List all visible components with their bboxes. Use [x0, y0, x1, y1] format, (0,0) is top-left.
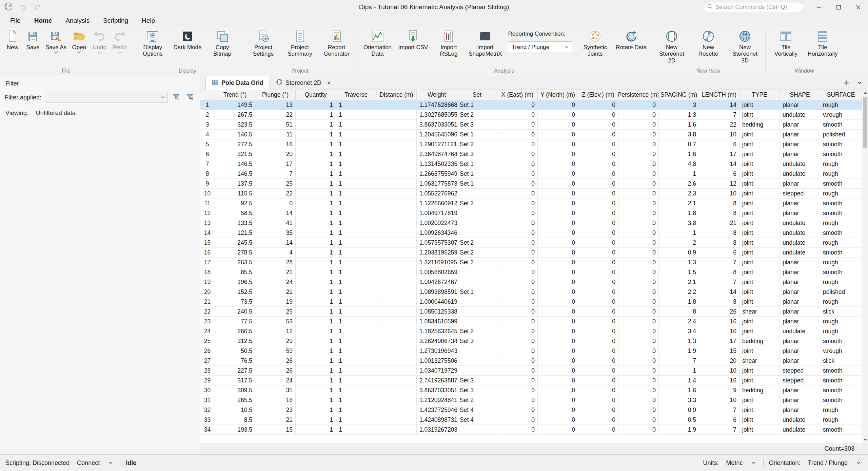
cell[interactable]: 2.6: [659, 179, 699, 188]
cell[interactable]: planar: [780, 307, 820, 316]
reporting-convention-select[interactable]: Trend / Plunge: [508, 41, 572, 53]
cell[interactable]: 0: [497, 366, 538, 375]
table-row[interactable]: 17263.528111.3211691095...Set 200001.37j…: [200, 258, 862, 267]
undo-button[interactable]: Undo: [90, 29, 109, 54]
row-number-cell[interactable]: 21: [200, 297, 215, 306]
cell[interactable]: rough: [820, 317, 862, 326]
quick-undo-icon[interactable]: [18, 2, 28, 12]
cell[interactable]: 19: [255, 297, 296, 306]
cell[interactable]: 312.5: [215, 336, 255, 346]
cell[interactable]: 0: [538, 218, 578, 228]
save-button[interactable]: Save: [23, 29, 43, 51]
table-row[interactable]: 2650.559111.2730196943...00001.915jointp…: [200, 346, 862, 356]
cell[interactable]: 1: [336, 336, 376, 346]
cell[interactable]: 0: [578, 405, 618, 415]
tab-pole-data-grid[interactable]: Pole Data Grid: [205, 76, 270, 90]
cell[interactable]: 2.7419263887...: [417, 376, 457, 385]
row-number-cell[interactable]: 30: [200, 385, 215, 395]
cell[interactable]: 0: [578, 238, 618, 247]
cell[interactable]: 0: [538, 287, 578, 297]
cell[interactable]: 1: [296, 395, 336, 405]
cell[interactable]: undulate: [780, 110, 820, 119]
cell[interactable]: planar: [780, 297, 820, 306]
row-number-cell[interactable]: 4: [200, 130, 215, 139]
cell[interactable]: 309.5: [215, 385, 255, 395]
cell[interactable]: Set 2: [457, 238, 497, 247]
cell[interactable]: 7: [659, 356, 699, 365]
cell[interactable]: 41: [255, 218, 296, 228]
cell[interactable]: 0: [497, 267, 538, 277]
cell[interactable]: 266.5: [215, 326, 255, 336]
synthetic-joints-button[interactable]: Synthetic Joints: [577, 29, 613, 57]
import-csv-button[interactable]: Import CSV: [396, 29, 430, 51]
cell[interactable]: 4: [255, 248, 296, 257]
cell[interactable]: smooth: [820, 395, 862, 405]
cell[interactable]: 0: [618, 287, 659, 297]
cell[interactable]: 15: [699, 346, 739, 356]
cell[interactable]: 0: [578, 317, 618, 326]
cell[interactable]: 1: [296, 149, 336, 159]
cell[interactable]: 0: [618, 130, 659, 139]
cell[interactable]: undulate: [780, 415, 820, 425]
cell[interactable]: rough: [820, 169, 862, 178]
cell[interactable]: joint: [739, 179, 780, 188]
cell[interactable]: 0: [497, 356, 538, 365]
cell[interactable]: 1: [296, 277, 336, 287]
cell[interactable]: 0.5: [659, 415, 699, 425]
cell[interactable]: joint: [739, 317, 780, 326]
cell[interactable]: 0: [538, 169, 578, 178]
cell[interactable]: joint: [739, 159, 780, 169]
cell[interactable]: 0: [578, 297, 618, 306]
cell[interactable]: 0: [578, 159, 618, 169]
row-number-cell[interactable]: 8: [200, 169, 215, 178]
cell[interactable]: smooth: [820, 267, 862, 277]
cell[interactable]: 0: [618, 208, 659, 218]
project-settings-button[interactable]: Project Settings: [245, 29, 281, 57]
cell[interactable]: 1: [659, 169, 699, 178]
cell[interactable]: 25: [255, 179, 296, 188]
cell[interactable]: 1.3211691095...: [417, 258, 457, 267]
table-row[interactable]: 28227.526111.0340719729...0000110jointst…: [200, 366, 862, 376]
cell[interactable]: 2.3: [659, 189, 699, 198]
cell[interactable]: 0: [578, 376, 618, 385]
cell[interactable]: 0: [618, 218, 659, 228]
cell[interactable]: 1.0340719729...: [417, 366, 457, 375]
cell[interactable]: planar: [780, 317, 820, 326]
cell[interactable]: rough: [820, 277, 862, 287]
scrollbar-thumb[interactable]: [863, 97, 867, 148]
cell[interactable]: [376, 169, 417, 178]
cell[interactable]: 1: [336, 277, 376, 287]
cell[interactable]: 1.9: [659, 425, 699, 434]
cell[interactable]: 0: [538, 415, 578, 425]
cell[interactable]: 73.5: [215, 297, 255, 306]
cell[interactable]: 85.5: [215, 267, 255, 277]
cell[interactable]: 240.5: [215, 307, 255, 316]
row-number-cell[interactable]: 10: [200, 189, 215, 198]
cell[interactable]: 2: [659, 238, 699, 247]
cell[interactable]: smooth: [820, 376, 862, 385]
cell[interactable]: 1.3: [659, 110, 699, 119]
cell[interactable]: 2.3649874764...: [417, 149, 457, 159]
cell[interactable]: 0: [497, 415, 538, 425]
row-number-cell[interactable]: 22: [200, 307, 215, 316]
cell[interactable]: [376, 376, 417, 385]
cell[interactable]: polished: [820, 287, 862, 297]
menu-scripting[interactable]: Scripting: [96, 14, 135, 27]
row-number-cell[interactable]: 20: [200, 287, 215, 297]
cell[interactable]: 21: [255, 287, 296, 297]
cell[interactable]: 1: [296, 336, 336, 346]
cell[interactable]: 6: [699, 169, 739, 178]
cell[interactable]: 14: [699, 287, 739, 297]
cell[interactable]: joint: [739, 366, 780, 375]
table-row[interactable]: 30309.535113.8637033051...Set 300001.69b…: [200, 385, 862, 395]
cell[interactable]: 1.0893898591...: [417, 287, 457, 297]
cell[interactable]: 0: [618, 385, 659, 395]
cell[interactable]: 1: [296, 238, 336, 247]
table-row[interactable]: 16278.54111.2038195259...Set 200000.96jo…: [200, 248, 862, 258]
column-header[interactable]: Distance (m): [376, 90, 417, 100]
cell[interactable]: 1: [296, 218, 336, 228]
rotate-data-button[interactable]: Rotate Data: [614, 29, 649, 51]
new-button[interactable]: New: [3, 29, 22, 51]
cell[interactable]: 0: [578, 258, 618, 267]
cell[interactable]: undulate: [780, 169, 820, 178]
